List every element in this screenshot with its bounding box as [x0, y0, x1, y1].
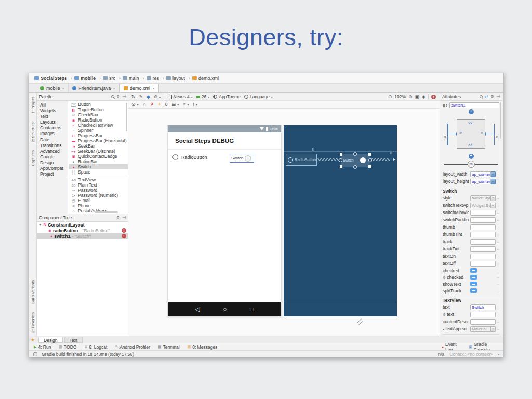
tool-window-button[interactable]: ≣ 6: Logcat	[84, 344, 107, 350]
attribute-row[interactable]: switchPadding	[443, 216, 499, 223]
palette-category[interactable]: Google	[37, 154, 68, 160]
errors-indicator[interactable]: !	[431, 95, 436, 99]
tool-window-button[interactable]: 1: Project	[31, 97, 35, 114]
attribute-value-field[interactable]	[470, 210, 496, 216]
attribute-row[interactable]: layout_height ap_content	[443, 178, 499, 185]
resize-handle[interactable]	[340, 165, 342, 168]
attribute-row[interactable]: switchTextAp Widget.Switch	[443, 202, 499, 209]
attribute-row[interactable]: switchMinWid	[443, 209, 499, 216]
palette-category[interactable]: Design	[37, 160, 68, 166]
attribute-value-field[interactable]	[470, 261, 496, 267]
attribute-row[interactable]: splitTrack	[443, 287, 499, 294]
constraint-anchor[interactable]	[353, 152, 357, 156]
pan-icon[interactable]: ◈	[422, 95, 425, 99]
palette-category[interactable]: Containers	[37, 125, 68, 131]
palette-category[interactable]: Date	[37, 137, 68, 143]
resize-handle[interactable]	[340, 153, 342, 156]
constraint-anchor[interactable]	[339, 158, 342, 162]
toolwindow-toggle-icon[interactable]	[33, 352, 37, 356]
palette-item[interactable]: ◧ ToggleButton	[69, 107, 128, 112]
palette-item[interactable]: ├┤ Space	[69, 169, 128, 175]
dropdown-button[interactable]	[491, 179, 496, 184]
add-top-constraint-button[interactable]	[469, 109, 474, 114]
toggle-switch[interactable]	[470, 282, 477, 286]
api-selector[interactable]: 26 ▾	[196, 94, 209, 99]
close-tab-icon[interactable]	[152, 86, 155, 91]
swap-view-icon[interactable]: ⇄	[485, 95, 488, 99]
attribute-row[interactable]: Switch	[443, 187, 499, 194]
editor-tab[interactable]: FriendItem.java	[69, 84, 119, 92]
tool-window-button[interactable]: Build Variants	[31, 280, 35, 304]
breadcrumb-item[interactable]: main	[123, 76, 147, 81]
attribute-row[interactable]: textAppear Material	[443, 325, 499, 332]
favorites-star-icon[interactable]: ★	[31, 337, 35, 342]
language-selector[interactable]: Language ▾	[244, 94, 273, 99]
breadcrumb-item[interactable]: src	[103, 76, 123, 81]
palette-category[interactable]: AppCompat	[37, 166, 68, 171]
attribute-row[interactable]: thumbTint	[443, 231, 499, 238]
attribute-row[interactable]: textOn	[443, 252, 499, 260]
blueprint-mode-icon[interactable]: ◆	[147, 95, 150, 99]
design-surface[interactable]: 8:00 Social Steps DEBUG RadioButton Swit…	[128, 109, 440, 336]
radiobutton-blueprint[interactable]: RadioButton	[286, 154, 317, 166]
dropdown-button[interactable]	[491, 203, 496, 208]
theme-selector[interactable]: AppTheme	[213, 94, 241, 99]
palette-item[interactable]: ★ RatingBar	[69, 159, 128, 164]
attribute-value-field[interactable]: Widget.Switch	[470, 203, 491, 208]
palette-item[interactable]: C ProgressBar	[69, 133, 128, 138]
toggle-switch[interactable]	[470, 275, 477, 280]
attribute-value-field[interactable]	[470, 246, 496, 252]
align-selector[interactable]: ≡ ▾	[183, 102, 189, 107]
palette-item[interactable]: ab Plain Text	[69, 182, 128, 188]
orientation-selector[interactable]: ⊘ ▾	[154, 95, 161, 99]
refresh-icon[interactable]: ↻	[131, 95, 136, 99]
hide-panel-icon[interactable]: ⊣	[496, 95, 500, 99]
hide-panel-icon[interactable]: ⊣	[122, 216, 126, 220]
attribute-value-field[interactable]	[470, 319, 496, 325]
resize-handle[interactable]	[368, 165, 371, 168]
component-tree-row[interactable]: ◉ radioButton - "RadioButton"	[37, 228, 128, 233]
palette-category[interactable]: Text	[37, 114, 68, 119]
zoom-out-icon[interactable]: ⊖	[388, 95, 392, 99]
tool-window-button[interactable]: ▶ 4: Run	[34, 344, 51, 350]
palette-category[interactable]: Layouts	[37, 119, 68, 125]
zoom-fit-icon[interactable]: ▣	[415, 95, 420, 99]
tool-window-button[interactable]: 2: Structure	[31, 122, 35, 142]
palette-item[interactable]: 1• Password (Numeric)	[69, 193, 128, 198]
attribute-value-field[interactable]: Material	[470, 326, 491, 332]
attribute-row[interactable]: layout_width ap_content	[443, 170, 499, 178]
attribute-value-field[interactable]	[470, 312, 496, 317]
attribute-value-field[interactable]: Switch	[470, 304, 496, 310]
tool-window-button[interactable]: ▤ TODO	[59, 344, 76, 350]
tool-window-button[interactable]: 2: Favorites	[31, 312, 35, 332]
attribute-row[interactable]: checked	[443, 267, 499, 274]
attribute-value-field[interactable]: ap_content	[470, 171, 491, 177]
tool-window-button[interactable]: ▤ 0: Messages	[188, 344, 218, 350]
attribute-row[interactable]: text	[443, 311, 499, 318]
margin-left-value[interactable]: 8	[444, 135, 446, 139]
palette-item[interactable]: ▣ QuickContactBadge	[69, 154, 128, 159]
attribute-value-field[interactable]	[470, 239, 496, 245]
dropdown-button[interactable]	[491, 195, 496, 201]
editor-tab[interactable]: demo.xml	[119, 84, 159, 92]
attribute-row[interactable]: textOff	[443, 260, 499, 267]
palette-item[interactable]: ┄● SeekBar (Discrete)	[69, 149, 128, 154]
breadcrumb-item[interactable]: demo.xml	[192, 76, 224, 81]
resize-handle[interactable]	[368, 153, 371, 156]
attribute-row[interactable]: showText	[443, 281, 499, 287]
hide-panel-icon[interactable]: ⊣	[122, 95, 126, 99]
attribute-row[interactable]: track	[443, 238, 499, 245]
attribute-row[interactable]: TextView	[443, 296, 499, 303]
dropdown-button[interactable]	[491, 326, 496, 332]
palette-category[interactable]: Project	[37, 171, 68, 177]
palette-category[interactable]: Transitions	[37, 143, 68, 149]
clear-constraints-icon[interactable]: ✗	[150, 102, 154, 107]
add-bottom-constraint-button[interactable]	[469, 154, 474, 159]
palette-item[interactable]: ☑ CheckBox	[69, 112, 128, 117]
switch-widget-selected[interactable]: Switch	[230, 154, 254, 163]
editor-tab[interactable]: mobile	[36, 84, 69, 92]
palette-item[interactable]: ▬ ProgressBar (Horizontal)	[69, 138, 128, 143]
gear-icon[interactable]: ⚙	[116, 95, 120, 99]
toggle-switch[interactable]	[470, 288, 477, 293]
canvas-resize-handle[interactable]	[356, 318, 363, 325]
